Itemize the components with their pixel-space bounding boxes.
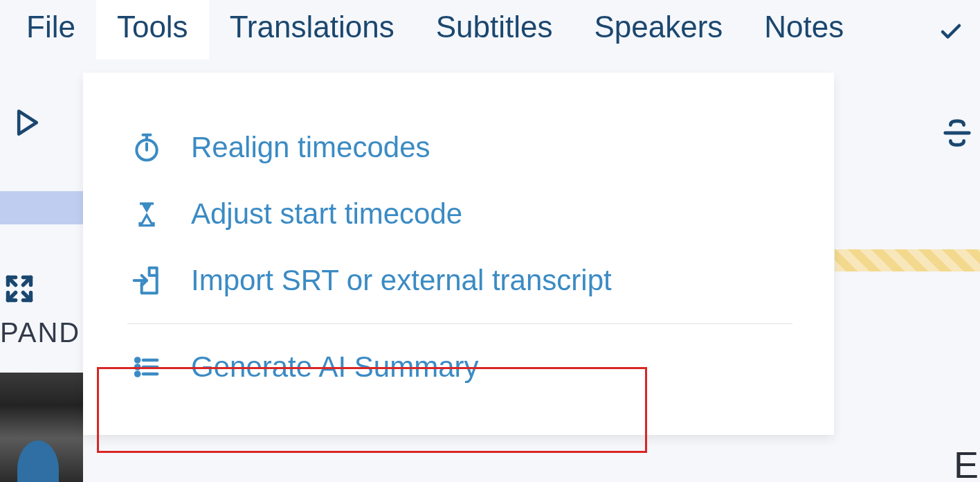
dropdown-import-srt[interactable]: Import SRT or external transcript bbox=[83, 247, 834, 314]
svg-point-11 bbox=[136, 359, 139, 362]
stopwatch-icon bbox=[127, 132, 166, 163]
cropped-letter: E bbox=[954, 443, 979, 482]
hourglass-icon bbox=[127, 199, 166, 229]
dropdown-label: Adjust start timecode bbox=[191, 197, 462, 231]
menu-speakers[interactable]: Speakers bbox=[573, 0, 743, 60]
strikethrough-icon[interactable] bbox=[941, 117, 973, 152]
dropdown-label: Realign timecodes bbox=[191, 131, 430, 164]
dropdown-generate-ai-summary[interactable]: Generate AI Summary bbox=[83, 334, 834, 400]
menu-translations[interactable]: Translations bbox=[209, 0, 415, 60]
play-icon[interactable] bbox=[12, 107, 43, 141]
tools-dropdown: Realign timecodes Adjust start timecode … bbox=[83, 73, 834, 435]
hatch-strip bbox=[835, 249, 980, 271]
dropdown-label: Import SRT or external transcript bbox=[191, 264, 612, 297]
partial-label: PAND bbox=[0, 317, 80, 348]
selection-strip bbox=[0, 191, 83, 224]
check-icon bbox=[934, 19, 968, 44]
expand-icon[interactable] bbox=[4, 274, 35, 307]
menu-subtitles[interactable]: Subtitles bbox=[415, 0, 574, 60]
menu-notes[interactable]: Notes bbox=[743, 0, 864, 60]
dropdown-divider bbox=[127, 323, 792, 324]
menubar: File Tools Translations Subtitles Speake… bbox=[0, 0, 980, 73]
import-icon bbox=[127, 265, 166, 296]
dropdown-realign-timecodes[interactable]: Realign timecodes bbox=[83, 114, 834, 181]
menu-tools[interactable]: Tools bbox=[96, 0, 209, 60]
video-thumbnail[interactable] bbox=[0, 373, 83, 482]
dropdown-label: Generate AI Summary bbox=[191, 350, 479, 384]
menu-file[interactable]: File bbox=[6, 0, 96, 60]
svg-point-15 bbox=[136, 373, 139, 376]
svg-point-13 bbox=[136, 366, 139, 369]
list-icon bbox=[127, 353, 166, 381]
svg-marker-0 bbox=[19, 111, 37, 134]
dropdown-adjust-start-timecode[interactable]: Adjust start timecode bbox=[83, 181, 834, 247]
